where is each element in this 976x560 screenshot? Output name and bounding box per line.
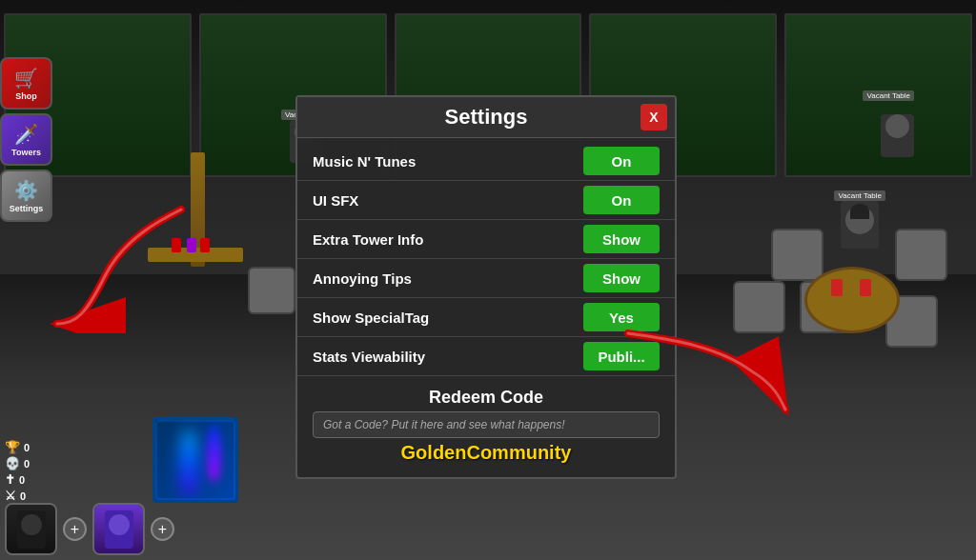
- cup-left-2: [187, 238, 196, 252]
- stats-row: Stats Viewability Publi...: [297, 337, 675, 376]
- char-add-btn-2[interactable]: +: [151, 517, 174, 541]
- settings-button[interactable]: ⚙️ Settings: [0, 170, 52, 222]
- stats-label: Stats Viewability: [313, 349, 425, 365]
- trophy-value: 0: [24, 442, 30, 453]
- sidebar: 🛒 Shop 🗡️ Towers ⚙️ Settings: [0, 57, 57, 222]
- settings-dialog: Settings X Music N' Tunes On UI SFX On E…: [295, 95, 677, 479]
- shop-icon: 🛒: [14, 67, 38, 90]
- chair-1: [733, 281, 785, 333]
- trophy-stat: 🏆 0: [5, 440, 30, 454]
- cup-left-1: [172, 238, 181, 252]
- skull-icon: 💀: [5, 456, 20, 470]
- dialog-title: Settings: [445, 105, 528, 130]
- tower-info-row: Extra Tower Info Show: [297, 220, 675, 259]
- swords-value: 0: [20, 490, 26, 502]
- skull-value: 0: [24, 458, 30, 470]
- redeem-section: Redeem Code Got a Code? Put it here and …: [297, 380, 675, 468]
- towers-icon: 🗡️: [14, 123, 38, 146]
- cross-value: 0: [19, 474, 25, 486]
- sfx-toggle[interactable]: On: [583, 186, 660, 214]
- cross-icon: ✝: [5, 472, 15, 487]
- annoying-tips-row: Annoying Tips Show: [297, 259, 675, 298]
- round-table-right: [804, 267, 900, 333]
- char-slot-2[interactable]: [92, 503, 145, 555]
- cup-red-2: [860, 279, 871, 296]
- cup-red: [831, 279, 843, 296]
- settings-rows: Music N' Tunes On UI SFX On Extra Tower …: [297, 138, 675, 380]
- char-slot-1[interactable]: [5, 503, 57, 555]
- nametag-right: Vacant Table: [834, 190, 885, 201]
- special-tag-toggle[interactable]: Yes: [583, 303, 660, 331]
- annoying-tips-toggle[interactable]: Show: [583, 264, 660, 292]
- char-add-btn-1[interactable]: +: [63, 517, 87, 541]
- npc-right: Vacant Table: [834, 190, 885, 249]
- settings-icon: ⚙️: [14, 179, 38, 202]
- tower-info-label: Extra Tower Info: [313, 231, 423, 248]
- sfx-row: UI SFX On: [297, 181, 675, 220]
- cup-left-3: [200, 238, 210, 252]
- settings-label: Settings: [10, 204, 44, 213]
- stats-toggle[interactable]: Publi...: [583, 342, 660, 370]
- close-button[interactable]: X: [640, 104, 667, 130]
- dialog-header: Settings X: [297, 97, 675, 138]
- golden-code-display: GoldenCommunity: [313, 442, 660, 464]
- swords-stat: ⚔ 0: [5, 489, 30, 503]
- chair-left-1: [248, 267, 295, 314]
- towers-button[interactable]: 🗡️ Towers: [0, 113, 52, 166]
- music-label: Music N' Tunes: [313, 153, 416, 170]
- stats-hud: 🏆 0 💀 0 ✝ 0 ⚔ 0: [5, 440, 30, 503]
- chair-3: [771, 229, 824, 281]
- cross-stat: ✝ 0: [5, 472, 30, 487]
- chair-4: [895, 229, 947, 281]
- shop-label: Shop: [15, 91, 37, 101]
- special-tag-label: Show SpecialTag: [313, 310, 429, 326]
- music-toggle[interactable]: On: [583, 147, 660, 175]
- nametag-top-right: Vacant Table: [863, 90, 914, 101]
- npc-top-right: [881, 114, 914, 157]
- redeem-input-container[interactable]: Got a Code? Put it here and see what hap…: [313, 411, 660, 438]
- skull-stat: 💀 0: [5, 456, 30, 470]
- swords-icon: ⚔: [5, 489, 16, 503]
- special-tag-row: Show SpecialTag Yes: [297, 298, 675, 337]
- character-slots: + +: [5, 503, 174, 555]
- glowing-cube: [152, 417, 238, 503]
- redeem-title: Redeem Code: [313, 388, 660, 408]
- sfx-label: UI SFX: [313, 192, 358, 209]
- redeem-placeholder: Got a Code? Put it here and see what hap…: [323, 418, 649, 431]
- tower-info-toggle[interactable]: Show: [583, 225, 660, 253]
- music-row: Music N' Tunes On: [297, 142, 675, 181]
- towers-label: Towers: [11, 148, 41, 157]
- trophy-icon: 🏆: [5, 440, 20, 454]
- annoying-tips-label: Annoying Tips: [313, 270, 412, 287]
- shop-button[interactable]: 🛒 Shop: [0, 57, 52, 110]
